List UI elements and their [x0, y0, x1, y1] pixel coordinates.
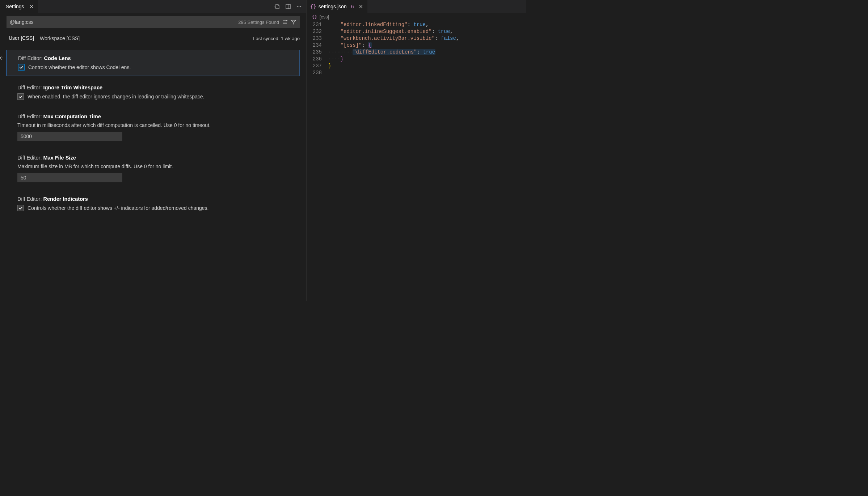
scope-workspace[interactable]: Workspace [CSS]	[40, 33, 80, 44]
setting-checkbox[interactable]	[18, 64, 25, 71]
setting-title: Diff Editor: Code Lens	[18, 55, 294, 61]
json-icon: {}	[312, 14, 317, 20]
clear-search-icon[interactable]	[282, 19, 288, 25]
setting-item[interactable]: Diff Editor: Max Computation TimeTimeout…	[7, 109, 300, 146]
settings-editor-pane: Settings 295 Settings Found	[0, 0, 306, 301]
setting-title: Diff Editor: Max File Size	[17, 155, 294, 161]
tab-modified-count: 6	[351, 4, 354, 9]
setting-item[interactable]: Diff Editor: Code LensControls whether t…	[7, 50, 300, 76]
settings-search-count: 295 Settings Found	[238, 20, 279, 25]
setting-number-input[interactable]	[17, 132, 122, 141]
tab-settings-label: Settings	[6, 4, 24, 9]
setting-description: Maximum file size in MB for which to com…	[17, 164, 294, 169]
breadcrumb[interactable]: {} [css]	[307, 13, 526, 21]
more-actions-icon[interactable]	[296, 4, 302, 9]
settings-list[interactable]: Diff Editor: Code LensControls whether t…	[0, 47, 306, 301]
setting-item[interactable]: Diff Editor: Render IndicatorsControls w…	[7, 191, 300, 216]
setting-checkbox[interactable]	[17, 205, 24, 211]
line-number-gutter: 231232233234235236237238	[307, 21, 328, 301]
scope-user[interactable]: User [CSS]	[9, 33, 34, 44]
json-icon: {}	[310, 4, 316, 9]
tab-bar-left: Settings	[0, 0, 306, 13]
open-settings-json-icon[interactable]	[274, 4, 280, 9]
setting-number-input[interactable]	[17, 173, 122, 182]
last-synced: Last synced: 1 wk ago	[253, 36, 300, 41]
tab-settings-json-label: settings.json	[319, 4, 347, 9]
svg-point-1	[297, 6, 298, 7]
filter-icon[interactable]	[291, 19, 296, 25]
setting-title: Diff Editor: Ignore Trim Whitespace	[17, 85, 294, 90]
editor-action-bar	[274, 4, 306, 9]
tab-settings-json[interactable]: {} settings.json 6	[307, 0, 367, 13]
setting-description: Timeout in milliseconds after which diff…	[17, 122, 294, 128]
tab-bar-right: {} settings.json 6	[307, 0, 526, 13]
setting-title: Diff Editor: Render Indicators	[17, 196, 294, 202]
setting-checkbox[interactable]	[17, 93, 24, 100]
editor-pane-json: {} settings.json 6 {} [css] 231232233234…	[306, 0, 526, 301]
settings-scope-row: User [CSS] Workspace [CSS] Last synced: …	[0, 28, 306, 47]
gear-icon[interactable]	[0, 55, 3, 61]
settings-search-input[interactable]	[10, 19, 238, 25]
settings-search: 295 Settings Found	[7, 16, 300, 28]
setting-item[interactable]: Diff Editor: Ignore Trim WhitespaceWhen …	[7, 80, 300, 105]
svg-point-3	[300, 6, 301, 7]
code-content[interactable]: "editor.linkedEditing": true, "editor.in…	[328, 21, 526, 301]
breadcrumb-item[interactable]: [css]	[320, 14, 329, 20]
split-editor-icon[interactable]	[285, 4, 291, 9]
tab-settings-close[interactable]	[29, 4, 34, 9]
svg-point-4	[0, 57, 1, 59]
setting-description: Controls whether the editor shows CodeLe…	[28, 64, 131, 70]
tab-settings-json-close[interactable]	[358, 4, 364, 9]
tab-settings[interactable]: Settings	[0, 0, 38, 13]
setting-description: When enabled, the diff editor ignores ch…	[28, 94, 205, 99]
svg-point-2	[299, 6, 299, 7]
setting-description: Controls whether the diff editor shows +…	[28, 205, 209, 211]
setting-title: Diff Editor: Max Computation Time	[17, 114, 294, 119]
code-editor[interactable]: 231232233234235236237238 "editor.linkedE…	[307, 21, 526, 301]
setting-item[interactable]: Diff Editor: Max File SizeMaximum file s…	[7, 150, 300, 187]
